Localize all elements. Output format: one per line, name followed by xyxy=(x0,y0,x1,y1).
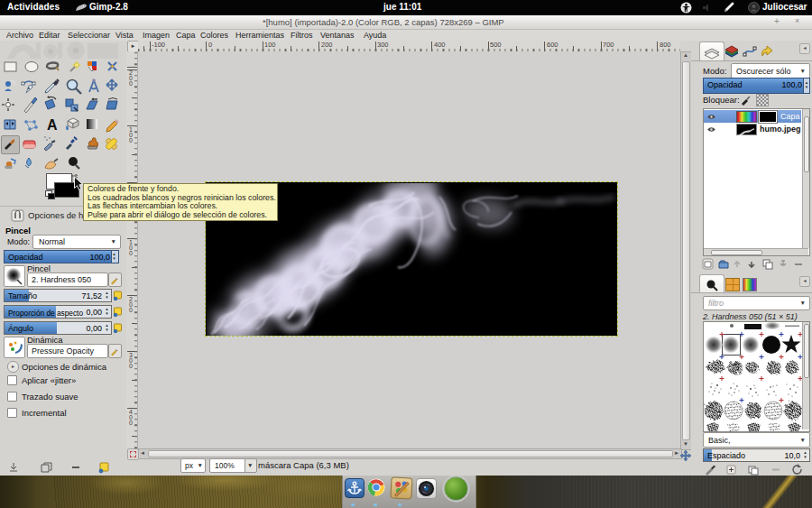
svg-text:A: A xyxy=(47,117,58,133)
